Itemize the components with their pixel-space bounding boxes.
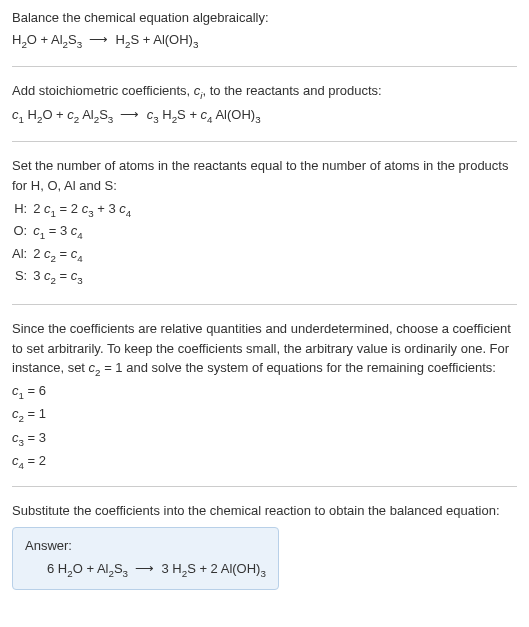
coefficient-value: c2 = 1 [12, 404, 517, 426]
element-equation: 2 c2 = c4 [33, 244, 131, 266]
coefficient-value: c1 = 6 [12, 381, 517, 403]
problem-title: Balance the chemical equation algebraica… [12, 8, 517, 28]
atom-balance-section: Set the number of atoms in the reactants… [12, 156, 517, 305]
substitute-section: Substitute the coefficients into the che… [12, 501, 517, 602]
element-label: H: [12, 199, 33, 221]
element-label: O: [12, 221, 33, 243]
element-label: S: [12, 266, 33, 288]
answer-box: Answer: 6 H2O + Al2S3 ⟶ 3 H2S + 2 Al(OH)… [12, 527, 279, 591]
element-equation-row: H:2 c1 = 2 c3 + 3 c4 [12, 199, 131, 221]
element-equation-row: O:c1 = 3 c4 [12, 221, 131, 243]
unbalanced-equation: H2O + Al2S3 ⟶ H2S + Al(OH)3 [12, 30, 517, 52]
element-equation: 3 c2 = c3 [33, 266, 131, 288]
element-label: Al: [12, 244, 33, 266]
element-equation: c1 = 3 c4 [33, 221, 131, 243]
solved-coefficients: c1 = 6c2 = 1c3 = 3c4 = 2 [12, 381, 517, 473]
element-equation: 2 c1 = 2 c3 + 3 c4 [33, 199, 131, 221]
stoich-section: Add stoichiometric coefficients, ci, to … [12, 81, 517, 142]
problem-section: Balance the chemical equation algebraica… [12, 8, 517, 67]
atom-balance-intro: Set the number of atoms in the reactants… [12, 156, 517, 195]
solve-section: Since the coefficients are relative quan… [12, 319, 517, 487]
underdetermined-text: Since the coefficients are relative quan… [12, 319, 517, 380]
answer-label: Answer: [25, 536, 266, 556]
coefficient-value: c3 = 3 [12, 428, 517, 450]
stoich-intro: Add stoichiometric coefficients, ci, to … [12, 81, 517, 103]
element-equation-row: Al:2 c2 = c4 [12, 244, 131, 266]
element-equation-row: S:3 c2 = c3 [12, 266, 131, 288]
stoich-equation: c1 H2O + c2 Al2S3 ⟶ c3 H2S + c4 Al(OH)3 [12, 105, 517, 127]
element-equations-table: H:2 c1 = 2 c3 + 3 c4O:c1 = 3 c4Al:2 c2 =… [12, 199, 131, 288]
balanced-equation: 6 H2O + Al2S3 ⟶ 3 H2S + 2 Al(OH)3 [25, 559, 266, 581]
substitute-text: Substitute the coefficients into the che… [12, 501, 517, 521]
coefficient-value: c4 = 2 [12, 451, 517, 473]
